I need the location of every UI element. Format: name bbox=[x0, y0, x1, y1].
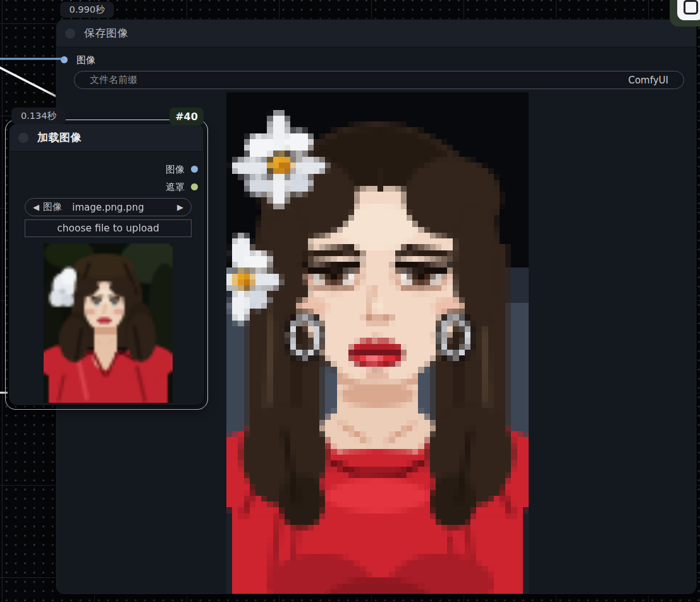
save-node-title: 保存图像 bbox=[84, 26, 128, 40]
image-combo-widget[interactable]: ◀ 图像 image.png.png ▶ bbox=[25, 198, 192, 216]
comfyui-workspace: 0.990秒 保存图像 图像 文件名前缀 ComfyUI 加载图像 图像 遮罩 bbox=[0, 0, 700, 602]
save-input-image-slot[interactable] bbox=[61, 56, 68, 63]
combo-value: image.png.png bbox=[25, 202, 191, 213]
load-node-header: 加载图像 bbox=[9, 124, 204, 152]
save-node-timing-badge: 0.990秒 bbox=[60, 2, 114, 18]
save-node-header: 保存图像 bbox=[56, 20, 696, 47]
load-node-timing-text: 0.134秒 bbox=[21, 110, 56, 122]
save-input-image-label: 图像 bbox=[77, 54, 95, 66]
load-output-mask-label: 遮罩 bbox=[166, 181, 185, 194]
loaded-image-thumbnail bbox=[44, 243, 173, 403]
load-image-node[interactable]: 加载图像 图像 遮罩 ◀ 图像 image.png.png ▶ choose f… bbox=[9, 123, 204, 405]
filename-prefix-placeholder: 文件名前缀 bbox=[90, 74, 137, 86]
save-node-timing-text: 0.990秒 bbox=[69, 4, 104, 16]
load-node-selection-outline: 加载图像 图像 遮罩 ◀ 图像 image.png.png ▶ choose f… bbox=[5, 120, 208, 410]
load-output-image-label: 图像 bbox=[166, 164, 185, 176]
load-node-id-badge: #40 bbox=[169, 108, 204, 125]
load-output-mask-slot[interactable] bbox=[191, 183, 198, 190]
filename-prefix-value: ComfyUI bbox=[628, 75, 668, 86]
choose-file-upload-button[interactable]: choose file to upload bbox=[25, 219, 192, 237]
collapse-dot-icon[interactable] bbox=[65, 28, 75, 39]
filename-prefix-widget[interactable]: 文件名前缀 ComfyUI bbox=[74, 71, 684, 89]
square-icon bbox=[684, 0, 698, 15]
selection-tool-button[interactable] bbox=[677, 0, 700, 20]
load-node-title: 加载图像 bbox=[37, 130, 82, 145]
load-output-image-slot[interactable] bbox=[191, 166, 198, 173]
load-node-timing-badge: 0.134秒 bbox=[11, 108, 66, 124]
upload-button-label: choose file to upload bbox=[57, 223, 159, 234]
collapse-dot-icon[interactable] bbox=[18, 133, 28, 143]
saved-image-preview bbox=[226, 92, 529, 594]
load-node-id-text: #40 bbox=[175, 111, 198, 123]
